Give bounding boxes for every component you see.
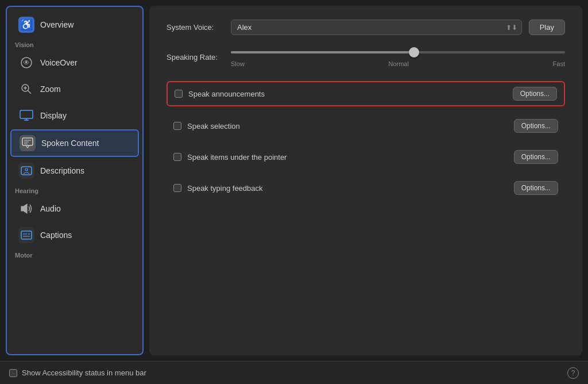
speak-typing-left: Speak typing feedback (173, 184, 263, 193)
sidebar-label-spoken-content: Spoken Content (41, 139, 99, 148)
slider-track (231, 47, 565, 58)
captions-icon (18, 227, 34, 243)
sidebar-label-overview: Overview (40, 20, 74, 29)
bottom-checkbox-row: Show Accessibility status in menu bar (9, 368, 146, 377)
system-voice-row: System Voice: Alex Samantha Victoria Fre… (167, 20, 565, 35)
svg-rect-16 (21, 231, 32, 239)
descriptions-icon (18, 163, 34, 179)
sidebar-item-captions[interactable]: Captions (10, 222, 139, 248)
system-voice-label: System Voice: (167, 23, 224, 32)
sidebar-item-display[interactable]: Display (10, 103, 139, 128)
sidebar-item-voiceover[interactable]: 👁 VoiceOver (10, 50, 139, 75)
spoken-content-icon (20, 135, 36, 151)
speak-items-pointer-checkbox[interactable] (173, 153, 181, 161)
help-icon-text: ? (571, 369, 575, 377)
slider-labels: Slow Normal Fast (231, 60, 565, 67)
speak-typing-checkbox[interactable] (173, 184, 181, 192)
speak-announcements-label: Speak announcements (188, 90, 265, 98)
svg-text:👁: 👁 (23, 59, 30, 67)
svg-line-3 (28, 90, 31, 94)
sidebar-item-descriptions[interactable]: Descriptions (10, 158, 139, 183)
section-vision: Vision (7, 38, 142, 49)
speak-typing-label: Speak typing feedback (187, 184, 263, 193)
sidebar: ♿ Overview Vision 👁 VoiceOver (6, 6, 144, 355)
slider-fast-label: Fast (553, 60, 565, 67)
speaking-rate-slider[interactable] (231, 51, 565, 53)
speak-items-pointer-label: Speak items under the pointer (187, 153, 287, 162)
svg-rect-6 (20, 110, 33, 118)
sidebar-label-audio: Audio (40, 204, 61, 213)
sidebar-item-spoken-content[interactable]: Spoken Content (10, 129, 139, 157)
speak-items-pointer-left: Speak items under the pointer (173, 153, 287, 162)
content-area: System Voice: Alex Samantha Victoria Fre… (149, 6, 582, 355)
main-container: ♿ Overview Vision 👁 VoiceOver (0, 0, 588, 361)
speak-announcements-row: Speak announcements Options... (167, 81, 565, 106)
speak-items-pointer-row: Speak items under the pointer Options... (167, 145, 565, 168)
sidebar-label-display: Display (40, 111, 67, 120)
voiceover-icon: 👁 (18, 55, 34, 71)
speak-typing-options-button[interactable]: Options... (514, 181, 558, 195)
play-button[interactable]: Play (529, 20, 565, 35)
sidebar-label-voiceover: VoiceOver (40, 58, 78, 67)
speak-selection-left: Speak selection (173, 122, 240, 130)
section-hearing: Hearing (7, 184, 142, 195)
speak-announcements-checkbox[interactable] (175, 90, 183, 98)
sidebar-label-captions: Captions (40, 231, 72, 240)
sidebar-item-zoom[interactable]: Zoom (10, 76, 139, 102)
accessibility-status-label: Show Accessibility status in menu bar (22, 368, 146, 377)
speak-selection-label: Speak selection (187, 122, 240, 130)
bottom-bar: Show Accessibility status in menu bar ? (0, 361, 588, 384)
speak-announcements-options-button[interactable]: Options... (513, 87, 557, 101)
display-icon (18, 107, 34, 124)
sidebar-label-zoom: Zoom (40, 85, 61, 94)
zoom-icon (18, 81, 34, 97)
sidebar-item-audio[interactable]: Audio (10, 196, 139, 221)
slider-slow-label: Slow (231, 60, 245, 67)
accessibility-status-checkbox[interactable] (9, 369, 17, 377)
speak-selection-options-button[interactable]: Options... (514, 119, 558, 133)
speak-announcements-left: Speak announcements (175, 90, 265, 98)
slider-container: Slow Normal Fast (231, 47, 565, 67)
checkboxes-section: Speak announcements Options... Speak sel… (167, 81, 565, 199)
speaking-rate-label: Speaking Rate: (167, 53, 224, 62)
speak-typing-row: Speak typing feedback Options... (167, 176, 565, 199)
voice-select-wrapper: Alex Samantha Victoria Fred Karen Moira … (231, 20, 522, 35)
svg-marker-15 (21, 204, 27, 213)
speak-selection-row: Speak selection Options... (167, 114, 565, 137)
speaking-rate-row: Speaking Rate: Slow Normal Fast (167, 47, 565, 67)
slider-normal-label: Normal (388, 60, 408, 67)
section-motor: Motor (7, 248, 142, 260)
sidebar-label-descriptions: Descriptions (40, 166, 84, 175)
speak-selection-checkbox[interactable] (173, 122, 181, 130)
audio-icon (18, 201, 34, 217)
voice-select[interactable]: Alex Samantha Victoria Fred Karen Moira … (231, 20, 522, 35)
speak-items-pointer-options-button[interactable]: Options... (514, 150, 558, 164)
overview-icon: ♿ (18, 17, 34, 33)
sidebar-item-overview[interactable]: ♿ Overview (10, 12, 139, 37)
help-icon[interactable]: ? (567, 367, 579, 379)
